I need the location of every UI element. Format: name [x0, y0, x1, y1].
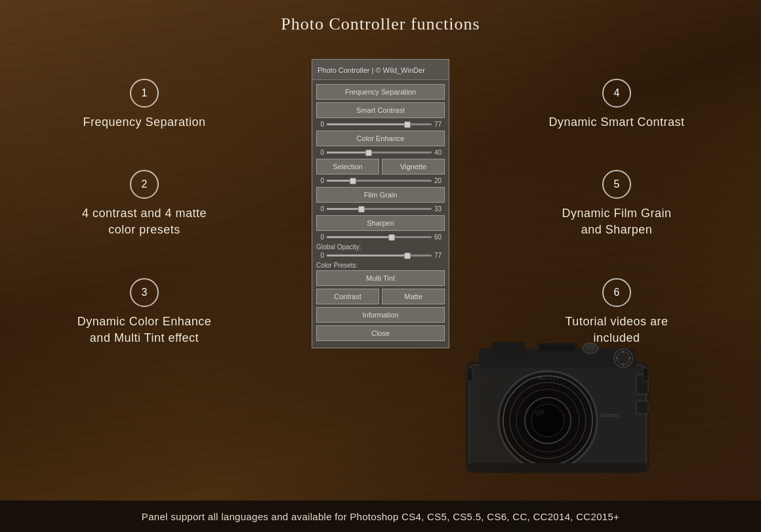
feature-title-3: Dynamic Color Enhanceand Multi Tint effe…: [20, 314, 269, 346]
bottom-bar-text: Panel support all languages and availabl…: [142, 511, 619, 522]
film-grain-track[interactable]: [327, 208, 432, 210]
panel-title: Photo Controller | © Wild_WinDer: [318, 66, 425, 74]
information-button[interactable]: Information: [316, 307, 445, 323]
feature-number-6: 6: [614, 287, 620, 298]
bottom-bar: Panel support all languages and availabl…: [0, 501, 761, 532]
selection-track[interactable]: [327, 180, 432, 182]
vignette-button[interactable]: Vignette: [382, 159, 445, 174]
feature-number-5: 5: [614, 178, 620, 190]
global-opacity-track[interactable]: [327, 255, 432, 256]
sharpen-button[interactable]: Sharpen: [316, 215, 445, 231]
feature-circle-4: 4: [602, 79, 631, 108]
frequency-separation-button[interactable]: Frequency Separation: [316, 84, 445, 100]
feature-number-1: 1: [142, 87, 148, 99]
left-features: 1 Frequency Separation 2 4 contrast and …: [20, 79, 269, 386]
global-opacity-value: 77: [434, 252, 445, 259]
smart-contrast-button[interactable]: Smart Contrast: [316, 102, 445, 118]
close-button[interactable]: Close: [316, 325, 445, 341]
color-enhance-value: 40: [434, 149, 445, 156]
feature-number-4: 4: [614, 87, 620, 99]
global-opacity-min: 0: [316, 252, 324, 259]
feature-title-6: Tutorial videos areincluded: [492, 314, 741, 346]
svg-text:N155671: N155671: [601, 413, 620, 418]
feature-title-4: Dynamic Smart Contrast: [492, 114, 741, 131]
sharpen-slider-row: 0 60: [316, 234, 445, 241]
feature-item-5: 5 Dynamic Film Grainand Sharpen: [492, 170, 741, 238]
selection-value: 20: [434, 177, 445, 184]
panel-title-bar: Photo Controller | © Wild_WinDer: [312, 60, 449, 80]
svg-rect-26: [469, 463, 646, 471]
color-enhance-button[interactable]: Color Enhance: [316, 131, 445, 146]
smart-contrast-min: 0: [316, 121, 324, 128]
feature-title-5: Dynamic Film Grainand Sharpen: [492, 205, 741, 238]
smart-contrast-value: 77: [434, 121, 445, 128]
sharpen-track[interactable]: [327, 236, 432, 238]
smart-contrast-track[interactable]: [327, 123, 432, 125]
feature-circle-3: 3: [130, 278, 159, 307]
feature-circle-5: 5: [602, 170, 631, 199]
sharpen-min: 0: [316, 234, 324, 241]
sharpen-value: 60: [434, 234, 445, 241]
multi-tint-button[interactable]: Multi Tint: [316, 270, 445, 286]
matte-button[interactable]: Matte: [382, 289, 445, 304]
svg-point-13: [531, 404, 564, 437]
photo-controller-panel: Photo Controller | © Wild_WinDer Frequen…: [312, 59, 449, 348]
selection-slider-row: 0 20: [316, 177, 445, 184]
color-presets-label: Color Presets:: [316, 262, 445, 269]
feature-circle-6: 6: [602, 278, 631, 307]
right-features: 4 Dynamic Smart Contrast 5 Dynamic Film …: [492, 79, 741, 386]
selection-button[interactable]: Selection: [316, 159, 379, 174]
svg-rect-23: [636, 401, 648, 414]
feature-number-3: 3: [142, 287, 148, 298]
svg-rect-24: [467, 368, 472, 381]
selection-vignette-row: Selection Vignette: [316, 159, 445, 174]
feature-circle-1: 1: [130, 79, 159, 108]
feature-title-1: Frequency Separation: [20, 114, 269, 131]
color-enhance-min: 0: [316, 149, 324, 156]
global-opacity-label: Global Opacity:: [316, 243, 445, 251]
feature-item-3: 3 Dynamic Color Enhanceand Multi Tint ef…: [20, 278, 269, 346]
global-opacity-slider-row: 0 77: [316, 252, 445, 259]
film-grain-value: 33: [434, 205, 445, 213]
contrast-button[interactable]: Contrast: [316, 289, 379, 304]
film-grain-min: 0: [316, 205, 324, 213]
contrast-matte-row: Contrast Matte: [316, 289, 445, 304]
film-grain-slider-row: 0 33: [316, 205, 445, 213]
panel-body: Frequency Separation Smart Contrast 0 77…: [312, 80, 449, 348]
feature-item-6: 6 Tutorial videos areincluded: [492, 278, 741, 346]
page-title: Photo Controller functions: [0, 14, 761, 34]
feature-title-2: 4 contrast and 4 mattecolor presets: [20, 205, 269, 238]
smart-contrast-slider-row: 0 77: [316, 121, 445, 128]
color-enhance-slider-row: 0 40: [316, 149, 445, 156]
panel-wrapper: Photo Controller | © Wild_WinDer Frequen…: [312, 59, 449, 348]
feature-number-2: 2: [142, 178, 148, 190]
feature-item-1: 1 Frequency Separation: [20, 79, 269, 131]
selection-min: 0: [316, 177, 324, 184]
color-enhance-track[interactable]: [327, 152, 432, 153]
feature-circle-2: 2: [130, 170, 159, 199]
film-grain-button[interactable]: Film Grain: [316, 187, 445, 203]
feature-item-4: 4 Dynamic Smart Contrast: [492, 79, 741, 131]
feature-item-2: 2 4 contrast and 4 mattecolor presets: [20, 170, 269, 238]
